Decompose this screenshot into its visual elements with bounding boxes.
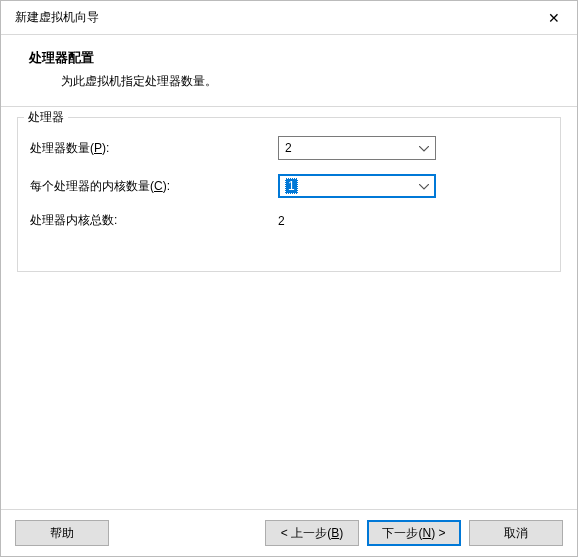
total-cores-field: 2	[278, 214, 436, 228]
next-button[interactable]: 下一步(N) >	[367, 520, 461, 546]
close-icon: ✕	[548, 10, 560, 26]
row-total-cores: 处理器内核总数: 2	[30, 212, 548, 229]
wizard-header: 处理器配置 为此虚拟机指定处理器数量。	[1, 35, 577, 107]
page-title: 处理器配置	[29, 49, 561, 67]
total-cores-label: 处理器内核总数:	[30, 212, 278, 229]
cores-per-processor-combobox[interactable]: 1	[278, 174, 436, 198]
processor-count-label: 处理器数量(P):	[30, 140, 278, 157]
back-button[interactable]: < 上一步(B)	[265, 520, 359, 546]
help-button[interactable]: 帮助	[15, 520, 109, 546]
processor-count-value: 2	[285, 141, 292, 155]
window-title: 新建虚拟机向导	[15, 9, 99, 26]
row-cores-per-processor: 每个处理器的内核数量(C): 1	[30, 174, 548, 198]
chevron-down-icon	[419, 141, 429, 155]
processor-count-field: 2	[278, 136, 436, 160]
close-button[interactable]: ✕	[531, 1, 577, 34]
page-subtitle: 为此虚拟机指定处理器数量。	[61, 73, 561, 90]
group-legend: 处理器	[24, 109, 68, 126]
total-cores-value: 2	[278, 214, 285, 228]
button-bar: 帮助 < 上一步(B) 下一步(N) > 取消	[1, 509, 577, 556]
processor-count-combobox[interactable]: 2	[278, 136, 436, 160]
cores-per-processor-label: 每个处理器的内核数量(C):	[30, 178, 278, 195]
processors-group: 处理器 处理器数量(P): 2 每个处理器的内核数量(C): 1	[17, 117, 561, 272]
content-area: 处理器 处理器数量(P): 2 每个处理器的内核数量(C): 1	[1, 107, 577, 509]
chevron-down-icon	[419, 179, 429, 193]
cancel-button[interactable]: 取消	[469, 520, 563, 546]
title-bar: 新建虚拟机向导 ✕	[1, 1, 577, 35]
cores-per-processor-field: 1	[278, 174, 436, 198]
cores-per-processor-value: 1	[285, 178, 298, 194]
row-processor-count: 处理器数量(P): 2	[30, 136, 548, 160]
